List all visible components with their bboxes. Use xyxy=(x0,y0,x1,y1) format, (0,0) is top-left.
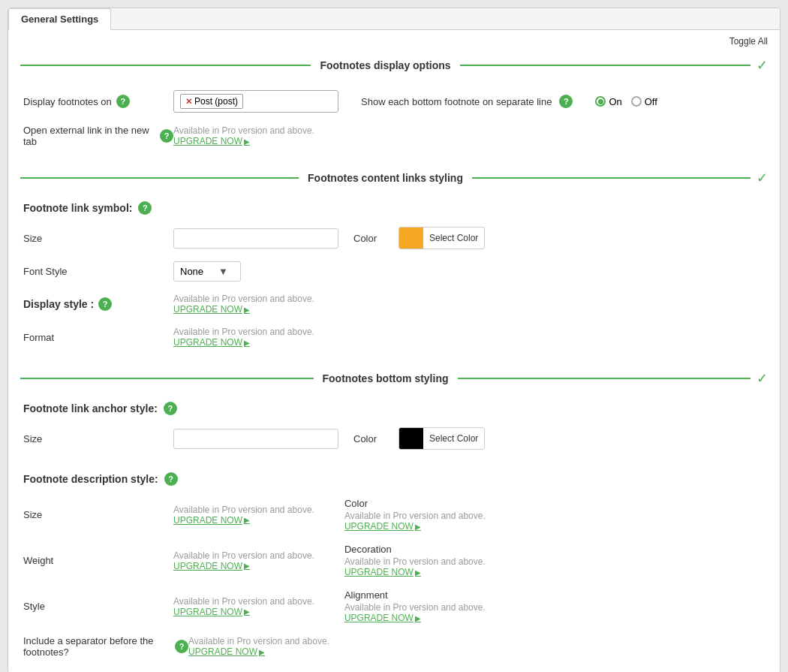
size-input[interactable] xyxy=(173,228,338,249)
desc-weight-label-text: Weight xyxy=(23,555,53,566)
display-style-label-text: Display style : xyxy=(23,298,94,310)
radio-on[interactable]: On xyxy=(595,96,621,107)
desc-color-upgrade[interactable]: UPGRADE NOW xyxy=(344,521,765,532)
desc-size-label-text: Size xyxy=(23,509,42,520)
radio-off-circle xyxy=(631,96,642,107)
display-style-help-icon[interactable]: ? xyxy=(98,297,112,311)
external-link-text: Open external link in the new tab xyxy=(23,125,155,147)
desc-size-content: Available in Pro version and above. UPGR… xyxy=(173,498,765,532)
bottom-styling-content: Size Color Select Color xyxy=(8,418,780,465)
display-footnotes-label: Display footnotes on ? xyxy=(23,95,173,108)
anchor-style-help-icon[interactable]: ? xyxy=(164,402,177,415)
display-footnotes-row: Display footnotes on ? ✕ Post (post) Sho… xyxy=(23,84,765,119)
bottom-section-line-right xyxy=(458,378,751,379)
font-style-label: Font Style xyxy=(23,266,173,277)
font-style-dropdown[interactable]: None ▼ xyxy=(173,261,241,282)
footnotes-display-title: Footnotes display options xyxy=(311,59,459,71)
anchor-size-color-row: Size Color Select Color xyxy=(23,421,765,456)
toggle-all-row: Toggle All xyxy=(8,30,780,50)
anchor-color-swatch xyxy=(399,428,423,449)
main-container: General Settings Toggle All Footnotes di… xyxy=(8,8,780,672)
desc-color-pro: Available in Pro version and above. UPGR… xyxy=(344,511,765,532)
post-tag: ✕ Post (post) xyxy=(180,94,243,109)
separator-upgrade[interactable]: UPGRADE NOW xyxy=(188,646,329,657)
radio-off[interactable]: Off xyxy=(631,96,657,107)
size-label: Size xyxy=(23,233,173,244)
size-label-text: Size xyxy=(23,233,42,244)
color-select-button[interactable]: Select Color xyxy=(399,227,485,249)
desc-weight-upgrade[interactable]: UPGRADE NOW xyxy=(173,561,314,571)
desc-size-pro-text: Available in Pro version and above. xyxy=(173,505,314,515)
tag-input-area[interactable]: ✕ Post (post) xyxy=(173,90,338,113)
content-links-chevron[interactable]: ✓ xyxy=(756,170,768,186)
anchor-color-select-button[interactable]: Select Color xyxy=(399,427,485,450)
desc-decoration-pro-text: Available in Pro version and above. xyxy=(344,556,765,567)
display-footnotes-content: ✕ Post (post) Show each bottom footnote … xyxy=(173,90,765,113)
link-symbol-subsection-title: Footnote link symbol: ? xyxy=(8,194,780,218)
desc-weight-pro: Available in Pro version and above. UPGR… xyxy=(173,550,314,571)
external-link-pro-text: Available in Pro version and above. UPGR… xyxy=(173,125,314,146)
desc-color-label: Color xyxy=(344,498,765,509)
general-settings-tab[interactable]: General Settings xyxy=(8,8,111,30)
section-line-right xyxy=(460,65,750,66)
footnotes-display-section-header: Footnotes display options ✓ xyxy=(8,53,780,78)
description-style-subsection-title: Footnote description style: ? xyxy=(8,465,780,489)
separate-line-help-icon[interactable]: ? xyxy=(559,95,573,108)
font-style-row: Font Style None ▼ xyxy=(23,255,765,288)
dropdown-arrow-icon: ▼ xyxy=(218,266,228,277)
desc-weight-decoration-row: Weight Available in Pro version and abov… xyxy=(23,538,765,583)
separator-pro: Available in Pro version and above. UPGR… xyxy=(188,636,329,657)
section-line-left xyxy=(20,65,311,66)
desc-decoration-pro: Available in Pro version and above. UPGR… xyxy=(344,556,765,577)
display-style-label: Display style : ? xyxy=(23,297,173,311)
desc-size-pro: Available in Pro version and above. UPGR… xyxy=(173,505,314,526)
description-style-help-icon[interactable]: ? xyxy=(164,472,178,486)
desc-style-pro-text: Available in Pro version and above. xyxy=(173,596,314,607)
desc-size-upgrade[interactable]: UPGRADE NOW xyxy=(173,515,314,526)
format-pro-text: Available in Pro version and above. UPGR… xyxy=(173,327,314,348)
desc-style-pro: Available in Pro version and above. UPGR… xyxy=(173,596,314,617)
separator-content: Available in Pro version and above. UPGR… xyxy=(188,636,765,657)
footnotes-display-chevron[interactable]: ✓ xyxy=(756,57,768,74)
color-swatch-orange xyxy=(399,228,423,249)
desc-style-content: Available in Pro version and above. UPGR… xyxy=(173,589,765,623)
size-content: Color Select Color xyxy=(173,227,765,249)
anchor-color-label: Color xyxy=(353,433,399,444)
anchor-size-input[interactable] xyxy=(173,429,338,449)
desc-size-label: Size xyxy=(23,509,173,520)
link-symbol-title-text: Footnote link symbol: xyxy=(23,202,132,214)
separator-help-icon[interactable]: ? xyxy=(175,640,188,653)
content-section-line-right xyxy=(472,177,750,179)
radio-on-label: On xyxy=(609,96,621,107)
toggle-all-button[interactable]: Toggle All xyxy=(729,36,768,47)
description-style-title-text: Footnote description style: xyxy=(23,473,158,485)
external-link-row: Open external link in the new tab ? Avai… xyxy=(23,119,765,153)
display-style-row: Display style : ? Available in Pro versi… xyxy=(23,288,765,321)
anchor-size-content: Color Select Color xyxy=(173,427,765,450)
desc-alignment-upgrade[interactable]: UPGRADE NOW xyxy=(344,613,765,623)
tag-remove-icon[interactable]: ✕ xyxy=(185,97,192,107)
external-link-help-icon[interactable]: ? xyxy=(160,129,173,143)
font-style-label-text: Font Style xyxy=(23,266,68,277)
separator-label-text: Include a separator before the footnotes… xyxy=(23,635,170,658)
separator-pro-text: Available in Pro version and above. xyxy=(188,636,329,646)
font-style-content: None ▼ xyxy=(173,261,765,282)
content-links-content: Size Color Select Color Font Style None … xyxy=(8,218,780,363)
desc-alignment-pro-text: Available in Pro version and above. xyxy=(344,602,765,613)
bottom-styling-chevron[interactable]: ✓ xyxy=(756,370,768,387)
separator-label: Include a separator before the footnotes… xyxy=(23,635,188,658)
external-link-upgrade-link[interactable]: UPGRADE NOW xyxy=(173,136,314,146)
anchor-style-title-text: Footnote link anchor style: xyxy=(23,402,158,414)
desc-decoration-upgrade[interactable]: UPGRADE NOW xyxy=(344,567,765,577)
bottom-section-line-left xyxy=(20,378,314,379)
format-upgrade-link[interactable]: UPGRADE NOW xyxy=(173,337,314,348)
desc-size-color-row: Size Available in Pro version and above.… xyxy=(23,492,765,538)
link-symbol-help-icon[interactable]: ? xyxy=(138,201,152,215)
desc-style-upgrade[interactable]: UPGRADE NOW xyxy=(173,607,314,617)
format-row: Format Available in Pro version and abov… xyxy=(23,321,765,354)
external-link-content: Available in Pro version and above. UPGR… xyxy=(173,125,765,146)
display-style-pro-text: Available in Pro version and above. UPGR… xyxy=(173,294,314,315)
desc-weight-content: Available in Pro version and above. UPGR… xyxy=(173,544,765,577)
display-style-upgrade-link[interactable]: UPGRADE NOW xyxy=(173,304,314,315)
display-footnotes-help-icon[interactable]: ? xyxy=(116,95,130,108)
